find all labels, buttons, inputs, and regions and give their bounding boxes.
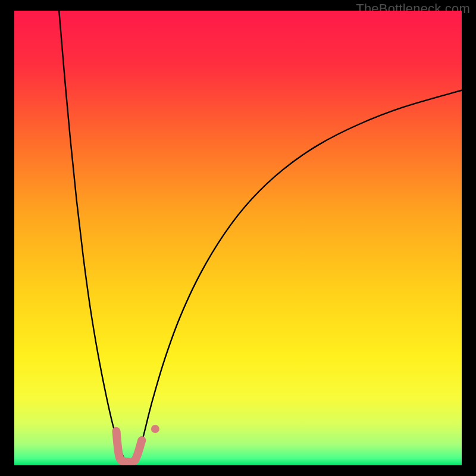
chart-plot-area xyxy=(14,11,462,465)
dot-marker xyxy=(151,425,159,433)
chart-svg xyxy=(14,11,462,465)
chart-frame: TheBottleneck.com xyxy=(0,0,476,476)
